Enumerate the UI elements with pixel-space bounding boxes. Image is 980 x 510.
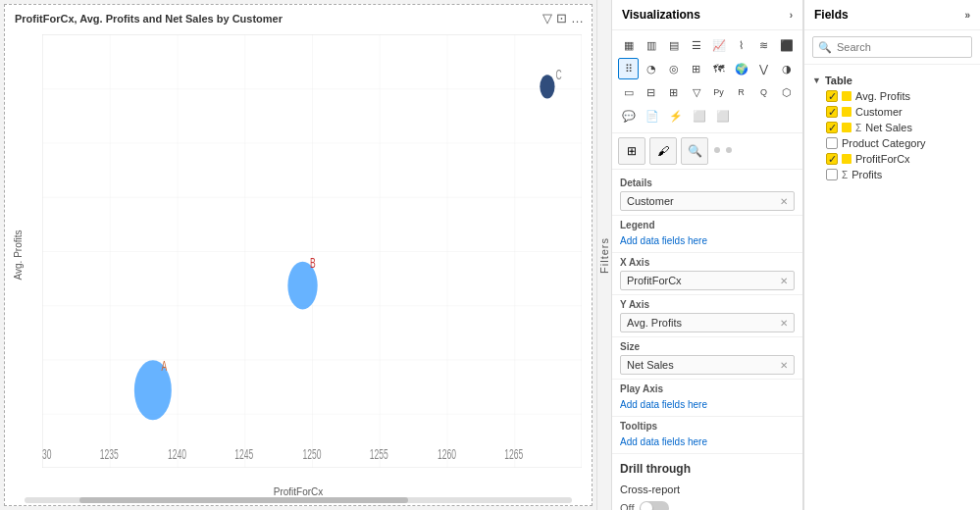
close-customer[interactable]: ✕ xyxy=(780,196,788,207)
svg-text:1235: 1235 xyxy=(100,447,119,461)
viz-panel-header: Visualizations › xyxy=(612,0,802,30)
field-checkbox-profitforcx[interactable]: ✓ xyxy=(826,153,838,165)
data-point-c[interactable] xyxy=(540,75,554,98)
viz-paginated[interactable]: 📄 xyxy=(642,105,663,127)
viz-pie[interactable]: ◔ xyxy=(641,58,661,79)
viz-card[interactable]: ▭ xyxy=(618,81,639,103)
close-yaxis[interactable]: ✕ xyxy=(780,318,788,329)
viz-scatter[interactable]: ⠿ xyxy=(618,58,639,79)
fields-tree: ▼ Table ✓ Avg. Profits ✓ Customer ✓ Σ Ne… xyxy=(804,65,980,510)
cross-report-toggle[interactable] xyxy=(640,501,669,510)
search-input[interactable] xyxy=(812,36,972,58)
viz-table[interactable]: ⊟ xyxy=(641,81,661,103)
close-size[interactable]: ✕ xyxy=(780,360,788,371)
viz-r[interactable]: R xyxy=(731,81,751,103)
filter-icon[interactable]: ▽ xyxy=(542,11,552,26)
viz-donut[interactable]: ◎ xyxy=(663,58,684,79)
viz-slicer[interactable]: ▽ xyxy=(686,81,706,103)
chart-title: ProfitForCx, Avg. Profits and Net Sales … xyxy=(5,5,592,28)
field-label-avg-profits: Avg. Profits xyxy=(855,90,910,102)
viz-waterfall[interactable]: ⬛ xyxy=(776,34,797,56)
viz-custom1[interactable]: ⬜ xyxy=(689,105,710,127)
viz-stacked-bar[interactable]: ▥ xyxy=(641,34,661,56)
field-label-customer-field: Customer xyxy=(855,106,903,118)
horizontal-scrollbar[interactable] xyxy=(25,497,572,503)
viz-area[interactable]: ⌇ xyxy=(731,34,751,56)
field-checkbox-customer[interactable]: ✓ xyxy=(826,106,838,118)
viz-qa[interactable]: Q xyxy=(753,81,774,103)
placeholder-playaxis[interactable]: Add data fields here xyxy=(620,397,795,412)
viz-panel-chevron[interactable]: › xyxy=(790,10,793,21)
x-axis-label: ProfitForCx xyxy=(274,486,324,497)
more-icon[interactable]: … xyxy=(571,11,584,26)
field-item-net-sales[interactable]: ✓ Σ Net Sales xyxy=(812,120,972,135)
toggle-row: Off xyxy=(612,499,802,510)
field-label-profitforcx: ProfitForCx xyxy=(855,153,910,165)
more-dots xyxy=(714,147,720,153)
placeholder-tooltips[interactable]: Add data fields here xyxy=(620,434,795,449)
field-label-product-category: Product Category xyxy=(842,137,926,149)
viz-analytics-tool[interactable]: 🔍 xyxy=(681,137,708,165)
viz-smart[interactable]: ⚡ xyxy=(665,105,687,127)
field-box-size[interactable]: Net Sales ✕ xyxy=(620,355,795,375)
viz-narrate[interactable]: 💬 xyxy=(618,105,640,127)
field-item-profits[interactable]: Σ Profits xyxy=(812,167,972,182)
visualizations-panel: Visualizations › ▦ ▥ ▤ ☰ 📈 ⌇ ≋ ⬛ ⠿ ◔ ◎ ⊞… xyxy=(612,0,803,510)
group-label-table: Table xyxy=(825,75,852,86)
field-box-xaxis[interactable]: ProfitForCx ✕ xyxy=(620,271,795,290)
field-box-yaxis[interactable]: Avg. Profits ✕ xyxy=(620,313,795,332)
field-icon-net-sales xyxy=(842,123,851,132)
viz-matrix[interactable]: ⊞ xyxy=(663,81,684,103)
fields-search-container: 🔍 xyxy=(804,30,980,65)
viz-py[interactable]: Py xyxy=(708,81,729,103)
viz-100-bar[interactable]: ▤ xyxy=(663,34,684,56)
viz-line[interactable]: 📈 xyxy=(708,34,729,56)
svg-rect-0 xyxy=(42,34,582,468)
field-item-avg-profits[interactable]: ✓ Avg. Profits xyxy=(812,88,972,104)
cross-report-row: Cross-report xyxy=(612,480,802,499)
field-item-customer[interactable]: ✓ Customer xyxy=(812,104,972,120)
placeholder-legend[interactable]: Add data fields here xyxy=(620,233,795,248)
field-checkbox-avg-profits[interactable]: ✓ xyxy=(826,90,838,102)
viz-custom2[interactable]: ⬜ xyxy=(712,105,734,127)
field-box-customer[interactable]: Customer ✕ xyxy=(620,191,795,211)
field-item-product-category[interactable]: Product Category xyxy=(812,135,972,151)
more-dots2 xyxy=(726,147,732,153)
fields-group-table: ▼ Table ✓ Avg. Profits ✓ Customer ✓ Σ Ne… xyxy=(804,69,980,186)
chart-panel: ProfitForCx, Avg. Profits and Net Sales … xyxy=(4,4,593,506)
viz-section-size: Size Net Sales ✕ xyxy=(612,337,802,380)
field-checkbox-net-sales[interactable]: ✓ xyxy=(826,122,838,133)
svg-text:1255: 1255 xyxy=(370,447,388,461)
sigma-icon-net-sales: Σ xyxy=(855,123,861,133)
viz-bar-chart[interactable]: ▦ xyxy=(618,34,639,56)
viz-map[interactable]: 🗺 xyxy=(708,58,729,79)
fields-panel-chevron[interactable]: » xyxy=(964,10,970,21)
close-xaxis[interactable]: ✕ xyxy=(780,276,788,286)
filters-panel[interactable]: Filters xyxy=(596,0,612,510)
viz-treemap[interactable]: ⊞ xyxy=(686,58,706,79)
svg-text:1265: 1265 xyxy=(504,447,523,461)
field-label-customer: Customer xyxy=(627,195,674,207)
viz-ribbon[interactable]: ≋ xyxy=(753,34,774,56)
viz-bar-horizontal[interactable]: ☰ xyxy=(686,34,706,56)
field-icon-customer xyxy=(842,107,851,117)
field-item-profitforcx[interactable]: ✓ ProfitForCx xyxy=(812,151,972,167)
search-icon: 🔍 xyxy=(818,41,832,54)
svg-text:1245: 1245 xyxy=(234,447,253,461)
field-checkbox-profits[interactable] xyxy=(826,169,838,180)
viz-funnel[interactable]: ⋁ xyxy=(753,58,774,79)
viz-format-tool[interactable]: 🖌 xyxy=(649,137,677,165)
field-label-profits: Profits xyxy=(851,169,882,180)
chart-canvas: 1,265 1,260 1,255 1,250 1,245 1,240 1,23… xyxy=(42,34,582,468)
fields-group-header[interactable]: ▼ Table xyxy=(812,73,972,88)
focus-icon[interactable]: ⊡ xyxy=(556,11,567,26)
section-label-size: Size xyxy=(620,341,795,352)
field-icon-profitforcx xyxy=(842,154,851,164)
viz-filled-map[interactable]: 🌍 xyxy=(731,58,751,79)
viz-fields-tool[interactable]: ⊞ xyxy=(618,137,645,165)
section-label-details: Details xyxy=(620,178,795,188)
viz-gauge[interactable]: ◑ xyxy=(776,58,797,79)
section-label-legend: Legend xyxy=(620,220,795,230)
field-checkbox-product-category[interactable] xyxy=(826,137,838,149)
viz-decomp[interactable]: ⬡ xyxy=(776,81,797,103)
